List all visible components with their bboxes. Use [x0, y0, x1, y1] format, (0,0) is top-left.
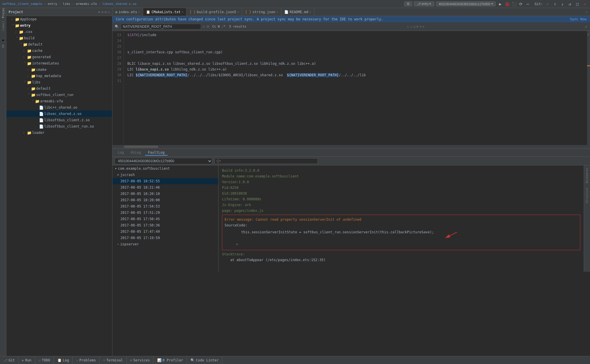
crash-group-root[interactable]: ▾ com.example.softbusclient: [112, 165, 218, 172]
h-scroll-thumb[interactable]: [124, 146, 158, 148]
breadcrumb-entry[interactable]: entry: [48, 2, 57, 6]
crash-item-9[interactable]: 2017-08-05 17:19:59: [112, 235, 218, 241]
tree-item-libcpp[interactable]: 📄 libc++_shared.so: [6, 104, 112, 111]
status-run[interactable]: ▶ Run: [19, 356, 35, 364]
tree-item-libs[interactable]: › 📁 libs: [6, 79, 112, 85]
search-input[interactable]: [121, 24, 201, 30]
device-dropdown[interactable]: 4501004446343036010bf2c127b900: [115, 158, 212, 164]
next-result-icon[interactable]: ↓: [410, 25, 412, 29]
stop-button[interactable]: ⬛: [511, 1, 517, 7]
tree-item-generated[interactable]: › 📁 generated: [6, 54, 112, 60]
match-case-btn[interactable]: Cc: [212, 25, 216, 28]
tree-item-entry[interactable]: › 📁 entry: [6, 22, 112, 29]
device-button[interactable]: 4501004446343036010bf2c127b900 ▾: [436, 1, 496, 6]
tree-item-armeabi[interactable]: › 📁 armeabi-v7a: [6, 98, 112, 104]
crash-group-jscrash[interactable]: ▾ jscrash: [112, 172, 218, 178]
breadcrumb-file[interactable]: libsec_shared.z.so: [102, 2, 137, 6]
commit-icon[interactable]: Commit: [0, 23, 6, 29]
breadcrumb-libs[interactable]: libs: [63, 2, 71, 6]
breadcrumb-arch[interactable]: armeabi-v7a: [76, 2, 97, 6]
project-icon[interactable]: Project: [0, 9, 6, 15]
close-tab-readme[interactable]: ✕: [309, 10, 311, 13]
settings-button[interactable]: ⚙: [404, 1, 412, 6]
filter-icon[interactable]: ≡: [419, 25, 421, 28]
crash-group-ispserver[interactable]: › ispserver: [112, 241, 218, 247]
sync-now-button[interactable]: Sync Now: [570, 17, 587, 21]
crash-item-3[interactable]: 2017-08-05 18:20:00: [112, 197, 218, 203]
tab-more-icon[interactable]: ⋯: [583, 10, 590, 14]
code-editor[interactable]: 23 24 25 26 27 28 29 30 31 ${ATH}/includ…: [112, 31, 587, 145]
h-scroll-area[interactable]: [112, 145, 590, 148]
crash-item-2[interactable]: 2017-08-05 18:20:10: [112, 191, 218, 197]
close-tab-cmake[interactable]: ✕: [182, 10, 183, 13]
crash-item-5[interactable]: 2017-08-05 17:51:29: [112, 210, 218, 216]
tree-item-intermediates[interactable]: › 📁 intermediates: [6, 60, 112, 66]
git-arrow-down-icon[interactable]: ↓: [560, 1, 565, 7]
status-services[interactable]: ⚙ Services: [127, 356, 154, 364]
match-word-btn[interactable]: W: [218, 25, 220, 28]
crash-item-7[interactable]: 2017-08-05 17:50:36: [112, 222, 218, 228]
highlight-icon[interactable]: □: [413, 25, 415, 29]
log-tab-faultlog[interactable]: FaultLog: [145, 150, 168, 156]
tree-item-build[interactable]: › 📁 build: [6, 35, 112, 41]
tree-item-libsoftbus-run[interactable]: 📄 libsoftbus_client_run.so: [6, 123, 112, 130]
panel-settings-icon[interactable]: ⚙: [105, 10, 107, 14]
device-icon[interactable]: 📱: [0, 37, 6, 42]
more-button[interactable]: ⋯: [525, 1, 531, 7]
status-problems[interactable]: ⚠ Problems: [73, 356, 100, 364]
log-tab-hilog[interactable]: HiLog: [128, 150, 144, 156]
crash-item-8[interactable]: 2017-08-05 17:47:49: [112, 228, 218, 235]
log-tab-log[interactable]: Log: [115, 150, 127, 156]
structure-panel-icon[interactable]: Structure: [585, 187, 589, 204]
tree-item-libs-default[interactable]: › 📁 default: [6, 85, 112, 92]
status-todo[interactable]: ☑ TODO: [35, 356, 54, 364]
regex-icon[interactable]: ⟳: [207, 25, 209, 29]
status-profiler[interactable]: 📊 0 Profiler: [154, 356, 187, 364]
panel-close-icon[interactable]: ✕: [108, 10, 110, 14]
tree-item-default[interactable]: › 📁 default: [6, 41, 112, 48]
tree-item-libsec[interactable]: 📄 libsec_shared.z.so: [6, 111, 112, 117]
close-icon[interactable]: ✕: [582, 1, 588, 7]
breadcrumb-softbus[interactable]: softbus_client_sample: [2, 2, 42, 6]
panel-collapse-icon[interactable]: ≡: [101, 10, 103, 14]
tab-index-ets[interactable]: ● index.ets ✕: [112, 8, 143, 16]
tree-item-softbus-run[interactable]: › 📁 softbus_client_run: [6, 92, 112, 98]
regex-btn[interactable]: .*: [221, 25, 225, 28]
clear-search-icon[interactable]: ✕: [203, 25, 205, 29]
branch-button[interactable]: ⎇ entry ▾: [414, 1, 435, 6]
bookmarks-panel-icon[interactable]: Bookmarks: [585, 167, 589, 184]
tree-item-loader[interactable]: › 📁 loader: [6, 130, 112, 136]
sync-button[interactable]: ⟳: [518, 1, 524, 7]
tree-item-cmake[interactable]: › 📁 cmake: [6, 66, 112, 73]
git-arrow-up-icon[interactable]: ↑: [552, 1, 558, 7]
tab-cmakelists[interactable]: 📋 CMakeLists.txt ✕: [143, 8, 186, 16]
tree-item-hap-metadata[interactable]: › 📁 hap_metadata: [6, 73, 112, 79]
split-icon[interactable]: ⊞: [416, 25, 418, 28]
crash-item-0[interactable]: 2017-08-05 18:52:55: [112, 178, 218, 184]
crash-item-1[interactable]: 2017-08-05 18:21:46: [112, 184, 218, 191]
close-tab-build[interactable]: ✕: [237, 10, 239, 13]
crash-item-6[interactable]: 2017-08-05 17:50:45: [112, 216, 218, 222]
db-icon[interactable]: 🗄: [0, 44, 6, 49]
maximize-icon[interactable]: □: [575, 1, 580, 7]
close-search-icon[interactable]: ✕: [422, 25, 424, 29]
panel-add-icon[interactable]: ⊕: [98, 10, 100, 14]
tab-build-profile[interactable]: { } build-profile.json5 ✕: [186, 8, 242, 16]
status-git[interactable]: ⎇ Git: [0, 356, 19, 364]
filter-input[interactable]: [215, 158, 318, 164]
git-check-icon[interactable]: ✓: [545, 1, 550, 7]
git-refresh-icon[interactable]: ↺: [567, 1, 573, 7]
tree-item-libsoftbus[interactable]: 📄 libsoftbus_client.z.so: [6, 117, 112, 123]
debug-button[interactable]: 🐞: [504, 1, 510, 7]
status-code-linter[interactable]: 🔍 Code Linter: [187, 356, 222, 364]
status-terminal[interactable]: ⌨ Terminal: [100, 356, 126, 364]
prev-result-icon[interactable]: ↑: [407, 25, 409, 29]
close-tab-string[interactable]: ✕: [276, 10, 278, 13]
crash-item-4[interactable]: 2017-08-05 17:54:53: [112, 203, 218, 210]
tree-item-cache[interactable]: › 📁 cache: [6, 48, 112, 54]
tab-readme[interactable]: 📄 README.md ✕: [281, 8, 314, 16]
close-tab-index[interactable]: ✕: [138, 10, 140, 13]
tab-string-json[interactable]: { } string.json ✕: [242, 8, 281, 16]
tree-item-cxx[interactable]: › 📁 .cxx: [6, 29, 112, 35]
run-button[interactable]: ▶: [497, 1, 503, 7]
